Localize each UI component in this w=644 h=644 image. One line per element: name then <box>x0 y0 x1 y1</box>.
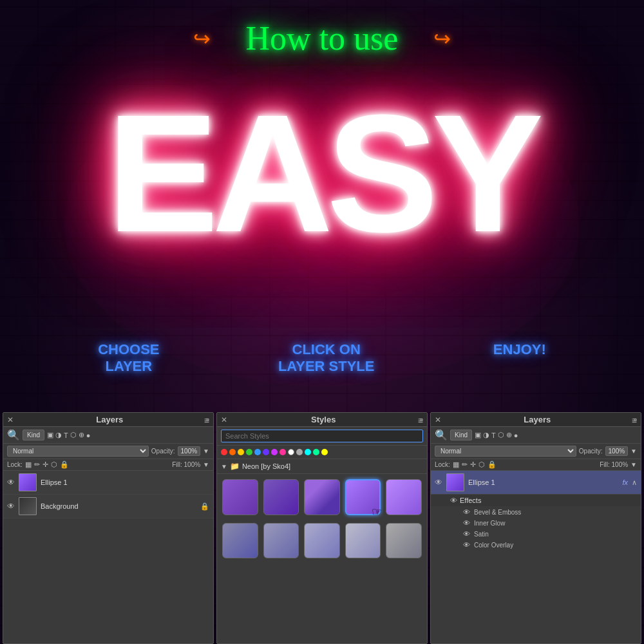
swatch-8[interactable] <box>304 523 340 559</box>
swatch-6[interactable] <box>222 523 258 559</box>
swatch-5[interactable] <box>386 479 422 515</box>
lock-pixel-icon[interactable]: ▦ <box>25 460 32 469</box>
layers-panel-right-titlebar: ✕ Layers ≡ » <box>431 413 641 427</box>
color-dot-cyan[interactable] <box>305 449 311 455</box>
lock-move-icon[interactable]: ✛ <box>43 460 48 469</box>
layers-panel-right-close[interactable]: ✕ <box>435 415 441 424</box>
color-dot-violet[interactable] <box>271 449 278 455</box>
lock-paint-icon[interactable]: ✏ <box>34 460 40 469</box>
lock-label-right: Lock: <box>435 461 450 468</box>
lock-paint-icon-right[interactable]: ✏ <box>462 460 468 469</box>
smart-filter-icon[interactable]: ⊕ <box>79 431 84 439</box>
color-dot-blue[interactable] <box>254 449 261 455</box>
color-dot-lime[interactable] <box>321 449 328 455</box>
adjust-filter-icon[interactable]: ◑ <box>55 431 62 439</box>
swatch-10[interactable] <box>386 523 422 559</box>
styles-search-input[interactable] <box>221 430 423 442</box>
step1-label: CHOOSELAYER <box>98 341 159 375</box>
kind-dropdown-right[interactable]: Kind <box>450 430 472 440</box>
text-filter-icon[interactable]: T <box>64 431 68 439</box>
color-dot-gray[interactable] <box>296 449 303 455</box>
layer-item-background-left[interactable]: 👁 Background 🔒 <box>3 495 213 518</box>
kind-dropdown[interactable]: Kind <box>23 430 44 440</box>
layers-panel-right-dots[interactable]: ≡ <box>632 415 637 426</box>
adjust-filter-icon-right[interactable]: ◑ <box>483 431 489 439</box>
effect-color-overlay[interactable]: 👁 Color Overlay <box>431 540 641 551</box>
effect-satin[interactable]: 👁 Satin <box>431 529 641 540</box>
color-dot-pink[interactable] <box>279 449 286 455</box>
opacity-value-left[interactable]: 100% <box>178 446 201 456</box>
swatches-row2 <box>217 520 427 564</box>
swatch-7[interactable] <box>263 523 299 559</box>
shape-filter-icon[interactable]: ⬡ <box>70 431 77 439</box>
filter-toggle[interactable]: ● <box>86 431 91 439</box>
opacity-arrow-right[interactable]: ▼ <box>630 448 637 455</box>
text-filter-icon-right[interactable]: T <box>491 431 496 439</box>
color-dot-white[interactable] <box>288 449 294 455</box>
steps-area: CHOOSELAYER CLICK ONLAYER STYLE ENJOY! <box>0 341 644 375</box>
layer-expand-icon[interactable]: ∧ <box>632 478 637 487</box>
search-icon-right: 🔍 <box>435 429 448 441</box>
lock-all-icon-right[interactable]: 🔒 <box>488 460 497 469</box>
opacity-label-left: Opacity: <box>151 448 175 455</box>
fill-label-right: Fill: 100% <box>600 461 628 468</box>
effect-inner-glow[interactable]: 👁 Inner Glow <box>431 518 641 529</box>
panels-area: ✕ Layers ≡ » 🔍 Kind ▣ ◑ T ⬡ ⊕ ● <box>0 412 644 644</box>
search-icon: 🔍 <box>7 429 20 441</box>
color-dot-purple[interactable] <box>263 449 269 455</box>
effects-group-label: Effects <box>460 497 481 504</box>
layers-panel-right-toolbar: 🔍 Kind ▣ ◑ T ⬡ ⊕ ● <box>431 427 641 444</box>
pixel-filter-icon[interactable]: ▣ <box>47 431 53 439</box>
effects-eye-icon[interactable]: 👁 <box>450 497 457 504</box>
lock-artboard-icon[interactable]: ⬡ <box>51 460 57 469</box>
swatch-3[interactable] <box>304 479 340 515</box>
layer-eye-bg-left[interactable]: 👁 <box>7 502 15 511</box>
toolbar-filter-icons-right: ▣ ◑ T ⬡ ⊕ ● <box>475 431 518 439</box>
styles-search-area <box>217 427 427 446</box>
lock-move-icon-right[interactable]: ✛ <box>470 460 476 469</box>
effect-bevel-emboss[interactable]: 👁 Bevel & Emboss <box>431 507 641 518</box>
effect-name-satin: Satin <box>474 531 489 538</box>
swatch-9[interactable] <box>345 523 381 559</box>
swatch-2[interactable] <box>263 479 299 515</box>
pixel-filter-icon-right[interactable]: ▣ <box>475 431 481 439</box>
lock-pixel-icon-right[interactable]: ▦ <box>453 460 459 469</box>
lock-artboard-icon-right[interactable]: ⬡ <box>478 460 485 469</box>
fill-arrow-right[interactable]: ▼ <box>630 461 637 468</box>
color-dot-mint[interactable] <box>313 449 319 455</box>
layers-panel-right: ✕ Layers ≡ » 🔍 Kind ▣ ◑ T ⬡ ⊕ ● <box>430 412 641 644</box>
blend-mode-select-left[interactable]: Normal <box>7 446 149 457</box>
swatch-1[interactable] <box>222 479 258 515</box>
shape-filter-icon-right[interactable]: ⬡ <box>498 431 504 439</box>
color-dot-red[interactable] <box>221 449 227 455</box>
smart-filter-icon-right[interactable]: ⊕ <box>506 431 512 439</box>
styles-panel-close[interactable]: ✕ <box>221 415 227 424</box>
styles-panel-dots[interactable]: ≡ <box>418 415 423 426</box>
swatch-4-selected[interactable]: ☞ <box>345 479 381 515</box>
filter-toggle-right[interactable]: ● <box>514 431 518 439</box>
layer-name-bg-left: Background <box>41 502 196 510</box>
layer-item-ellipse1-left[interactable]: 👁 Ellipse 1 <box>3 471 213 495</box>
effects-group-row[interactable]: 👁 Effects <box>431 495 641 507</box>
opacity-value-right[interactable]: 100% <box>605 446 629 456</box>
fill-arrow-left[interactable]: ▼ <box>203 461 209 468</box>
layer-item-ellipse1-right[interactable]: 👁 Ellipse 1 fx ∧ <box>431 471 641 495</box>
layer-thumb-ellipse1-right <box>446 473 464 491</box>
opacity-arrow-left[interactable]: ▼ <box>203 448 209 455</box>
header-area: ↪ How to use ↩ <box>0 19 644 57</box>
lock-all-icon[interactable]: 🔒 <box>60 460 69 469</box>
layers-panel-left-dots[interactable]: ≡ <box>204 415 209 426</box>
color-dot-yellow[interactable] <box>238 449 244 455</box>
layer-eye-ellipse1-left[interactable]: 👁 <box>7 478 15 487</box>
color-dot-orange[interactable] <box>229 449 236 455</box>
effect-eye-color-overlay[interactable]: 👁 <box>463 541 470 549</box>
color-dot-green[interactable] <box>246 449 252 455</box>
swatches-row1: ☞ <box>217 474 427 520</box>
effect-eye-bevel[interactable]: 👁 <box>463 508 470 516</box>
layer-eye-ellipse1-right[interactable]: 👁 <box>435 478 442 487</box>
effect-eye-inner-glow[interactable]: 👁 <box>463 519 470 527</box>
blend-mode-select-right[interactable]: Normal <box>435 446 576 457</box>
styles-group-header[interactable]: ▼ 📁 Neon [by Sko4] <box>217 459 427 474</box>
effect-eye-satin[interactable]: 👁 <box>463 530 470 538</box>
layers-panel-left-close[interactable]: ✕ <box>7 415 14 424</box>
